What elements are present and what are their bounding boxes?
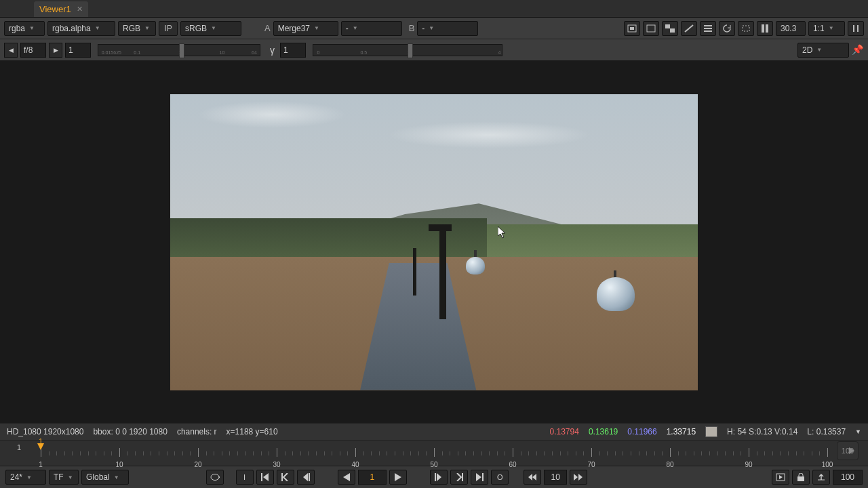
pixel-b: 0.11966 (627, 427, 656, 436)
first-frame-icon[interactable] (256, 470, 274, 485)
jog-fwd-icon[interactable] (570, 470, 587, 485)
settings-icon[interactable] (848, 21, 864, 36)
b-slot-dropdown[interactable]: -▼ (417, 21, 478, 36)
gamma-field[interactable]: 1 (280, 43, 306, 58)
timeline-start-label: 1 (5, 443, 33, 451)
status-bbox: bbox: 0 0 1920 1080 (93, 427, 167, 436)
pixel-r: 0.13794 (550, 427, 579, 436)
view-mode-dropdown[interactable]: 2D▼ (797, 43, 849, 58)
jog-back-icon[interactable] (524, 470, 541, 485)
svg-rect-14 (462, 473, 463, 481)
current-frame-field[interactable]: 1 (358, 470, 387, 485)
svg-rect-13 (435, 473, 436, 481)
viewport[interactable]: 1920,1080 HD_1080 (0, 61, 868, 423)
pixel-swatch (705, 426, 717, 437)
channel-dropdown[interactable]: rgba.alpha▼ (47, 21, 115, 36)
pixel-a: 1.33715 (667, 427, 696, 436)
svg-rect-5 (743, 26, 749, 31)
last-frame-icon[interactable] (471, 470, 488, 485)
checker-icon[interactable] (662, 21, 678, 36)
range-end-field[interactable]: 100 (833, 470, 863, 485)
pixel-lum: L: 0.13537 (807, 427, 846, 436)
gamma-label: γ (270, 45, 275, 56)
layer-dropdown[interactable]: rgba▼ (4, 21, 45, 36)
pixel-g: 0.13619 (589, 427, 618, 436)
a-slot-dropdown[interactable]: -▼ (341, 21, 402, 36)
out-point-button[interactable]: O (491, 470, 509, 485)
viewer-toolbar-top: rgba▼ rgba.alpha▼ RGB▼ IP sRGB▼ A Merge3… (0, 18, 868, 39)
chevron-down-icon: ▼ (26, 474, 32, 481)
gain-slider[interactable]: 0.0156250.111064 (98, 44, 260, 56)
loop-icon[interactable] (206, 470, 224, 485)
viewer-tab[interactable]: Viewer1 ✕ (34, 1, 88, 17)
timeline[interactable]: 1 11020304050607080901001 100 (0, 441, 868, 466)
fps-dropdown[interactable]: 24*▼ (5, 470, 46, 485)
ip-toggle[interactable]: IP (159, 21, 178, 36)
pause-icon[interactable] (757, 21, 773, 36)
status-format: HD_1080 1920x1080 (7, 427, 83, 436)
svg-rect-9 (857, 25, 859, 32)
gain-field[interactable]: 1 (65, 43, 91, 58)
clip-icon[interactable] (681, 21, 697, 36)
rendered-image: 1920,1080 HD_1080 (170, 94, 698, 390)
svg-rect-7 (766, 24, 768, 33)
in-point-button[interactable]: I (236, 470, 254, 485)
chevron-down-icon: ▼ (114, 474, 119, 481)
tf-dropdown[interactable]: TF▼ (49, 470, 79, 485)
roi-icon[interactable] (624, 21, 640, 36)
svg-rect-1 (630, 27, 634, 30)
next-icon[interactable]: ▶ (49, 43, 62, 58)
chevron-down-icon: ▼ (95, 25, 100, 31)
close-icon[interactable]: ✕ (77, 5, 83, 14)
status-coords: x=1188 y=610 (226, 427, 278, 436)
chevron-down-icon: ▼ (68, 474, 73, 481)
lines-icon[interactable] (700, 21, 716, 36)
svg-rect-17 (797, 476, 804, 481)
chevron-down-icon: ▼ (144, 25, 150, 31)
play-icon (848, 447, 856, 455)
pixel-info-bar: HD_1080 1920x1080 bbox: 0 0 1920 1080 ch… (0, 423, 868, 441)
chevron-down-icon: ▼ (314, 25, 319, 31)
step-back-icon[interactable] (297, 470, 315, 485)
chevron-down-icon[interactable]: ▼ (855, 428, 861, 435)
step-fwd-icon[interactable] (430, 470, 448, 485)
bbox-icon[interactable] (738, 21, 754, 36)
play-forward-icon[interactable] (389, 470, 407, 485)
fps-display[interactable]: 30.3 (776, 21, 806, 36)
sync-dropdown[interactable]: Global▼ (81, 470, 129, 485)
chevron-down-icon: ▼ (353, 25, 358, 31)
timeline-end-cap[interactable]: 100 (837, 441, 859, 460)
chevron-down-icon: ▼ (211, 25, 216, 31)
svg-rect-12 (309, 473, 310, 481)
gamma-slider[interactable]: 00.514 (313, 44, 502, 56)
fstop-field[interactable]: f/8 (20, 43, 46, 58)
pixel-hsv: H: 54 S:0.13 V:0.14 (727, 427, 797, 436)
chevron-down-icon: ▼ (429, 25, 434, 31)
playback-bar: 24*▼ TF▼ Global▼ I 1 O 10 100 (0, 466, 868, 488)
status-channels: channels: r (177, 427, 217, 436)
prev-key-icon[interactable] (277, 470, 294, 485)
next-key-icon[interactable] (450, 470, 468, 485)
colorspace-dropdown[interactable]: RGB▼ (118, 21, 156, 36)
svg-rect-8 (853, 25, 854, 32)
svg-rect-3 (665, 24, 670, 28)
overscan-icon[interactable] (643, 21, 659, 36)
svg-rect-4 (670, 28, 675, 33)
svg-rect-15 (482, 473, 484, 481)
a-node-dropdown[interactable]: Merge37▼ (273, 21, 338, 36)
pin-icon[interactable]: 📌 (852, 44, 864, 56)
viewer-tab-label: Viewer1 (39, 4, 71, 14)
chevron-down-icon: ▼ (816, 47, 822, 53)
lut-dropdown[interactable]: sRGB▼ (180, 21, 241, 36)
refresh-icon[interactable] (719, 21, 735, 36)
play-back-icon[interactable] (338, 470, 355, 485)
svg-rect-2 (647, 25, 655, 32)
prev-icon[interactable]: ◀ (4, 43, 18, 58)
export-icon[interactable] (812, 470, 830, 485)
step-field[interactable]: 10 (544, 470, 567, 485)
svg-rect-6 (762, 24, 764, 33)
chevron-down-icon: ▼ (829, 25, 834, 31)
flipbook-icon[interactable] (772, 470, 789, 485)
zoom-dropdown[interactable]: 1:1▼ (808, 21, 845, 36)
lock-icon[interactable] (792, 470, 810, 485)
